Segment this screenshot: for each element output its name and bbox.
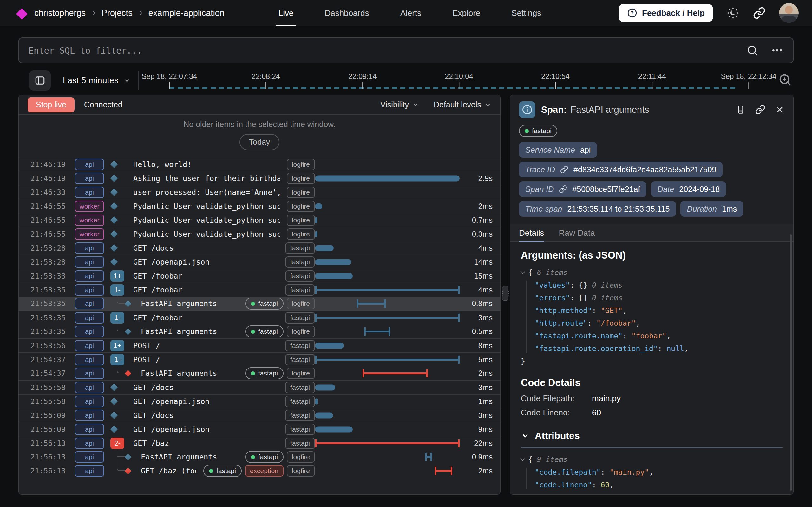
open-side-panel-icon[interactable] bbox=[735, 105, 746, 115]
scope-badge[interactable]: fastapi bbox=[285, 242, 315, 254]
service-badge[interactable]: api bbox=[75, 451, 104, 463]
more-options-icon[interactable] bbox=[771, 44, 783, 57]
service-badge[interactable]: api bbox=[75, 424, 104, 435]
default-levels-dropdown[interactable]: Default levels bbox=[434, 100, 491, 109]
nav-link-live[interactable]: Live bbox=[278, 0, 294, 26]
user-avatar[interactable] bbox=[779, 3, 799, 23]
scope-badge[interactable]: logfire bbox=[287, 368, 315, 379]
trace-row[interactable]: 21:56:13apiGET /baz (foobar)fastapiexcep… bbox=[19, 464, 500, 478]
scope-badge[interactable]: fastapi bbox=[285, 382, 315, 393]
trace-row[interactable]: 21:46:19apiAsking the user for their bir… bbox=[19, 171, 500, 185]
attributes-heading[interactable]: Attributes bbox=[521, 430, 782, 441]
scope-badge[interactable]: fastapi bbox=[285, 340, 315, 351]
service-badge[interactable]: api bbox=[75, 465, 104, 476]
scope-badge[interactable]: logfire bbox=[287, 465, 315, 476]
scope-badge[interactable]: fastapi bbox=[285, 270, 315, 282]
trace-row[interactable]: 21:53:28apiGET /docsfastapi4ms bbox=[19, 241, 500, 255]
service-badge[interactable]: api bbox=[75, 438, 104, 449]
child-count-badge[interactable]: 2- bbox=[110, 438, 124, 449]
copy-link-icon[interactable] bbox=[755, 105, 765, 115]
visibility-dropdown[interactable]: Visibility bbox=[380, 100, 419, 109]
scope-badge[interactable]: fastapi bbox=[285, 438, 315, 449]
exception-badge[interactable]: exception bbox=[245, 465, 284, 476]
service-badge[interactable]: api bbox=[75, 242, 104, 254]
close-icon[interactable] bbox=[775, 105, 784, 114]
trace-row[interactable]: 21:54:37api1-POST /fastapi5ms bbox=[19, 352, 500, 366]
service-badge[interactable]: api bbox=[75, 382, 104, 393]
service-badge[interactable]: worker bbox=[75, 201, 104, 212]
child-count-badge[interactable]: 1- bbox=[110, 354, 124, 365]
service-badge[interactable]: api bbox=[75, 173, 104, 184]
today-button[interactable]: Today bbox=[240, 134, 280, 150]
trace-row[interactable]: 21:56:13apiFastAPI argumentsfastapilogfi… bbox=[19, 450, 500, 464]
nav-link-settings[interactable]: Settings bbox=[511, 0, 541, 26]
trace-row[interactable]: 21:56:09apiGET /docsfastapi3ms bbox=[19, 408, 500, 422]
nav-link-alerts[interactable]: Alerts bbox=[400, 0, 421, 26]
trace-row[interactable]: 21:53:56api1+POST /fastapi8ms bbox=[19, 338, 500, 352]
nav-link-dashboards[interactable]: Dashboards bbox=[324, 0, 369, 26]
tag-pill[interactable]: fastapi bbox=[245, 326, 284, 337]
service-badge[interactable]: api bbox=[75, 312, 104, 324]
detail-scrollbar[interactable] bbox=[790, 234, 792, 491]
tag-pill[interactable]: fastapi bbox=[245, 297, 284, 309]
trace-row[interactable]: 21:55:58apiGET /openapi.jsonfastapi1ms bbox=[19, 394, 500, 408]
collapse-chevron-icon[interactable] bbox=[520, 456, 525, 461]
trace-row[interactable]: 21:53:35apiFastAPI argumentsfastapilogfi… bbox=[19, 297, 500, 311]
toggle-sidebar-button[interactable] bbox=[29, 70, 51, 91]
trace-row[interactable]: 21:56:13api2-GET /bazfastapi22ms bbox=[19, 436, 500, 450]
panel-resize-handle[interactable]: ⋮⋮ bbox=[502, 286, 508, 301]
scope-badge[interactable]: fastapi bbox=[285, 410, 315, 421]
tab-raw-data[interactable]: Raw Data bbox=[559, 224, 595, 241]
scope-badge[interactable]: logfire bbox=[287, 228, 315, 240]
service-badge[interactable]: api bbox=[75, 326, 104, 337]
service-badge[interactable]: api bbox=[75, 187, 104, 198]
service-badge[interactable]: api bbox=[75, 159, 104, 170]
tag-pill[interactable]: fastapi bbox=[519, 125, 557, 137]
trace-row[interactable]: 21:46:19apiHello, world!logfire bbox=[19, 157, 500, 171]
service-badge[interactable]: api bbox=[75, 298, 104, 309]
search-icon[interactable] bbox=[746, 44, 759, 57]
time-range-selector[interactable]: Last 5 minutes bbox=[63, 76, 131, 86]
trace-row[interactable]: 21:53:28apiGET /openapi.jsonfastapi14ms bbox=[19, 255, 500, 269]
service-badge[interactable]: api bbox=[75, 270, 104, 282]
trace-row[interactable]: 21:53:35apiFastAPI argumentsfastapilogfi… bbox=[19, 325, 500, 338]
scope-badge[interactable]: logfire bbox=[287, 298, 315, 309]
nav-link-explore[interactable]: Explore bbox=[452, 0, 480, 26]
trace-row[interactable]: 21:54:37apiFastAPI argumentsfastapilogfi… bbox=[19, 366, 500, 380]
child-count-badge[interactable]: 1+ bbox=[110, 270, 124, 282]
trace-row[interactable]: 21:53:33api1+GET /foobarfastapi15ms bbox=[19, 269, 500, 283]
trace-row[interactable]: 21:46:33apiuser processed: User(name='An… bbox=[19, 185, 500, 199]
scope-badge[interactable]: fastapi bbox=[285, 284, 315, 296]
service-badge[interactable]: api bbox=[75, 354, 104, 365]
tag-pill[interactable]: fastapi bbox=[203, 465, 242, 477]
service-badge[interactable]: api bbox=[75, 368, 104, 379]
trace-row[interactable]: 21:55:58apiGET /docsfastapi3ms bbox=[19, 380, 500, 394]
service-badge[interactable]: worker bbox=[75, 215, 104, 226]
collapse-chevron-icon[interactable] bbox=[520, 269, 525, 274]
trace-row[interactable]: 21:53:35api1-GET /foobarfastapi4ms bbox=[19, 283, 500, 297]
breadcrumb-projects[interactable]: Projects bbox=[101, 8, 133, 18]
scope-badge[interactable]: logfire bbox=[287, 326, 315, 337]
tag-pill[interactable]: fastapi bbox=[245, 451, 284, 463]
sql-filter-bar[interactable]: Enter SQL to filter... bbox=[18, 38, 794, 63]
child-count-badge[interactable]: 1- bbox=[110, 312, 124, 324]
trace-id-chip[interactable]: Trace ID #d834c3374dd6fa2e4aa82a55ab2175… bbox=[519, 162, 722, 177]
scope-badge[interactable]: fastapi bbox=[285, 312, 315, 324]
service-badge[interactable]: api bbox=[75, 340, 104, 351]
stop-live-button[interactable]: Stop live bbox=[28, 97, 74, 112]
service-badge[interactable]: api bbox=[75, 284, 104, 296]
scope-badge[interactable]: logfire bbox=[287, 201, 315, 212]
breadcrumb-project-name[interactable]: example-application bbox=[148, 8, 224, 18]
service-badge[interactable]: worker bbox=[75, 228, 104, 240]
scope-badge[interactable]: fastapi bbox=[285, 424, 315, 435]
service-badge[interactable]: api bbox=[75, 257, 104, 268]
tab-details[interactable]: Details bbox=[519, 224, 544, 241]
scope-badge[interactable]: logfire bbox=[287, 159, 315, 170]
theme-toggle-icon[interactable] bbox=[726, 6, 740, 20]
breadcrumb-org[interactable]: christophergs bbox=[34, 8, 86, 18]
scope-badge[interactable]: fastapi bbox=[285, 396, 315, 407]
trace-row[interactable]: 21:46:55workerPydantic User validate_pyt… bbox=[19, 213, 500, 227]
scope-badge[interactable]: fastapi bbox=[285, 354, 315, 365]
trace-row[interactable]: 21:56:09apiGET /openapi.jsonfastapi9ms bbox=[19, 422, 500, 436]
scope-badge[interactable]: logfire bbox=[287, 173, 315, 184]
